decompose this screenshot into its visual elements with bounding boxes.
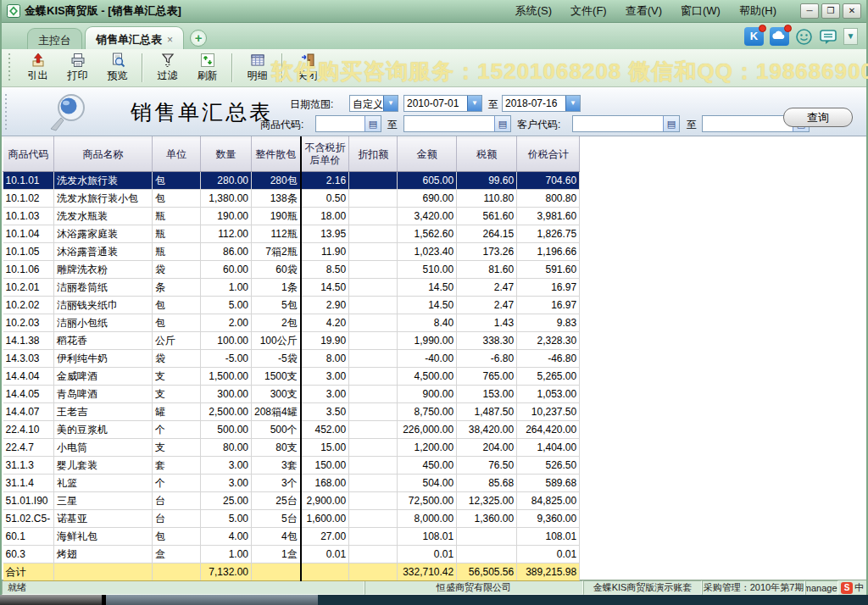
cell-tot[interactable]: 1,196.66 — [517, 243, 580, 261]
cell-amt[interactable]: 72,500.00 — [398, 492, 457, 510]
cell-tax[interactable]: -6.80 — [457, 350, 517, 368]
cell-tax[interactable]: 99.60 — [457, 172, 517, 190]
cell-tot[interactable]: -46.80 — [517, 350, 580, 368]
cell-tot[interactable]: 5,265.00 — [517, 368, 580, 386]
filter-button[interactable]: 过滤 — [147, 51, 187, 85]
table-row[interactable]: 14.3.03伊利纯牛奶袋-5.00-5袋8.00-40.00-6.80-46.… — [3, 350, 580, 368]
cell-tax[interactable]: 561.60 — [457, 208, 517, 225]
cell-code[interactable]: 60.1 — [3, 528, 54, 546]
cell-price[interactable]: 1,600.00 — [301, 510, 349, 528]
cell-name[interactable]: 洗发水旅行装 — [54, 172, 153, 190]
cell-unit[interactable]: 支 — [153, 386, 201, 403]
taskbar-segment[interactable] — [0, 595, 102, 605]
dropdown-arrow-icon[interactable]: ▼ — [383, 96, 398, 111]
cell-unit[interactable]: 瓶 — [153, 243, 201, 261]
cell-code[interactable]: 10.1.01 — [3, 172, 54, 190]
cell-amt[interactable]: 690.00 — [398, 190, 457, 208]
kingdee-k-icon[interactable]: K — [744, 27, 764, 46]
cell-amt[interactable]: 504.00 — [398, 475, 457, 492]
cell-pack[interactable]: 208箱4罐 — [252, 403, 301, 421]
cell-qty[interactable]: 500.00 — [201, 421, 252, 439]
cell-name[interactable]: 礼篮 — [54, 475, 153, 492]
table-row[interactable]: 31.1.4礼篮个3.003个168.00504.0085.68589.68 — [3, 475, 580, 492]
cell-tot[interactable]: 526.50 — [517, 457, 580, 475]
table-row[interactable]: 22.4.10美的豆浆机个500.00500个452.00226,000.003… — [3, 421, 580, 439]
cell-unit[interactable]: 包 — [153, 528, 201, 546]
cell-unit[interactable]: 瓶 — [153, 208, 201, 225]
message-icon[interactable] — [819, 28, 837, 46]
table-row[interactable]: 60.3烤翅盒1.001盒0.010.010.01 — [3, 546, 580, 563]
cell-name[interactable]: 诺基亚 — [54, 510, 153, 528]
detail-button[interactable]: 明细 — [237, 51, 277, 85]
cell-name[interactable] — [54, 563, 153, 581]
cell-qty[interactable]: 3.00 — [201, 457, 252, 475]
cell-qty[interactable]: 190.00 — [201, 208, 252, 225]
add-tab-button[interactable]: + — [190, 30, 207, 47]
cell-qty[interactable]: 25.00 — [201, 492, 252, 510]
cell-code[interactable]: 51.01.I90 — [3, 492, 54, 510]
cell-name[interactable]: 三星 — [54, 492, 153, 510]
column-header-code[interactable]: 商品代码 — [3, 137, 54, 172]
cell-tax[interactable]: 338.30 — [457, 332, 517, 350]
cell-qty[interactable]: 1.00 — [201, 546, 252, 563]
cell-amt[interactable]: 900.00 — [398, 386, 457, 403]
column-header-disc[interactable]: 折扣额 — [349, 137, 398, 172]
cell-tax[interactable]: 56,505.56 — [457, 563, 517, 581]
cell-code[interactable]: 14.4.07 — [3, 403, 54, 421]
menu-view[interactable]: 查看(V) — [626, 3, 662, 19]
cell-tot[interactable]: 10,237.50 — [517, 403, 580, 421]
cell-qty[interactable]: 7,132.00 — [201, 563, 252, 581]
cell-qty[interactable]: 2,500.00 — [201, 403, 252, 421]
cell-disc[interactable] — [349, 172, 398, 190]
query-button[interactable]: 查询 — [783, 108, 853, 127]
cell-price[interactable]: 3.00 — [301, 386, 349, 403]
cell-pack[interactable]: 5台 — [252, 510, 301, 528]
cell-unit[interactable]: 套 — [153, 457, 201, 475]
cell-unit[interactable]: 袋 — [153, 350, 201, 368]
cell-unit[interactable]: 支 — [153, 368, 201, 386]
cell-amt[interactable]: -40.00 — [398, 350, 457, 368]
cell-name[interactable]: 洗发水瓶装 — [54, 208, 153, 225]
cell-pack[interactable]: 2包 — [252, 314, 301, 332]
cell-price[interactable]: 2,900.00 — [301, 492, 349, 510]
table-row[interactable]: 60.1海鲜礼包包4.004包27.00108.01108.01 — [3, 528, 580, 546]
table-row[interactable]: 10.2.02洁丽钱夹纸巾包5.005包2.9014.502.4716.97 — [3, 297, 580, 314]
column-header-name[interactable]: 商品名称 — [54, 137, 153, 172]
cell-tot[interactable]: 9.83 — [517, 314, 580, 332]
cell-tot[interactable]: 264,420.00 — [517, 421, 580, 439]
product-code-to-input[interactable] — [404, 116, 494, 131]
cell-tot[interactable]: 1,826.75 — [517, 225, 580, 243]
menu-system[interactable]: 系统(S) — [515, 3, 552, 19]
cell-disc[interactable] — [349, 563, 398, 581]
cell-qty[interactable]: 5.00 — [201, 297, 252, 314]
cell-price[interactable]: 0.01 — [301, 546, 349, 563]
cell-tot[interactable]: 84,825.00 — [517, 492, 580, 510]
cell-tax[interactable]: 110.80 — [457, 190, 517, 208]
cell-tot[interactable]: 591.60 — [517, 261, 580, 279]
cell-code[interactable]: 60.3 — [3, 546, 54, 563]
cell-disc[interactable] — [349, 528, 398, 546]
cell-pack[interactable]: 1条 — [252, 279, 301, 297]
table-row[interactable]: 31.1.3婴儿套装套3.003套150.00450.0076.50526.50 — [3, 457, 580, 475]
cell-pack[interactable]: 3个 — [252, 475, 301, 492]
table-row[interactable]: 10.1.05沐浴露普通装瓶86.007箱2瓶11.901,023.40173.… — [3, 243, 580, 261]
cell-code[interactable]: 31.1.4 — [3, 475, 54, 492]
cell-tax[interactable]: 12,325.00 — [457, 492, 517, 510]
cell-price[interactable]: 18.00 — [301, 208, 349, 225]
product-code-from-input[interactable] — [316, 116, 364, 131]
cell-qty[interactable]: 86.00 — [201, 243, 252, 261]
cell-unit[interactable]: 包 — [153, 190, 201, 208]
cell-code[interactable]: 10.1.03 — [3, 208, 54, 225]
cell-disc[interactable] — [349, 243, 398, 261]
tab-sales-summary[interactable]: 销售单汇总表 × — [85, 26, 184, 49]
cell-pack[interactable]: 5包 — [252, 297, 301, 314]
cell-disc[interactable] — [349, 439, 398, 457]
tab-home[interactable]: 主控台 — [27, 28, 82, 49]
table-row[interactable]: 10.1.04沐浴露家庭装瓶112.00112瓶13.951,562.60264… — [3, 225, 580, 243]
column-header-tax[interactable]: 税额 — [457, 137, 517, 172]
cell-pack[interactable]: 1500支 — [252, 368, 301, 386]
cell-name[interactable]: 伊利纯牛奶 — [54, 350, 153, 368]
cell-unit[interactable]: 支 — [153, 439, 201, 457]
cell-price[interactable]: 15.00 — [301, 439, 349, 457]
cell-code[interactable]: 14.4.04 — [3, 368, 54, 386]
